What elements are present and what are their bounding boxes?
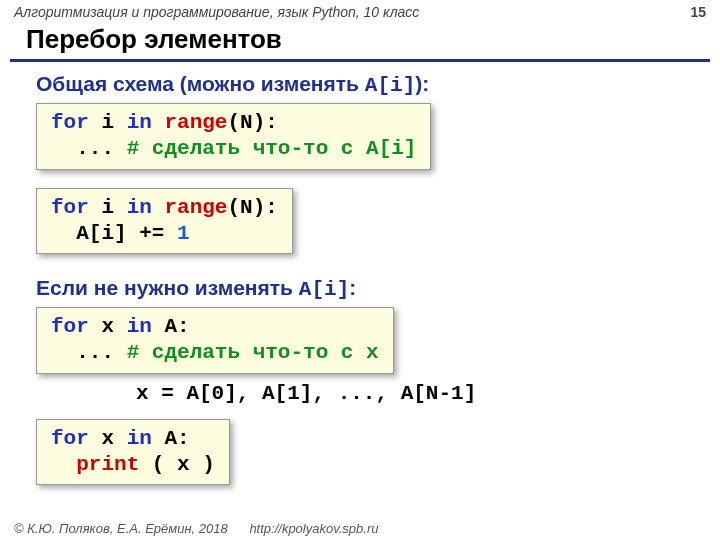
code-function: range [164, 196, 227, 219]
subheading-mono: A[i] [299, 278, 349, 301]
code-number: 1 [177, 222, 190, 245]
code-text: (N): [227, 111, 277, 134]
code-keyword: in [127, 427, 152, 450]
code-keyword: in [127, 196, 152, 219]
code-text: A: [152, 427, 190, 450]
code-text: (N): [227, 196, 277, 219]
code-text: ... [51, 341, 127, 364]
code-text: x [89, 427, 127, 450]
code-text [51, 453, 76, 476]
code-block-4: for x in A: print ( x ) [36, 419, 230, 486]
subheading-text: Общая схема (можно изменять [36, 72, 365, 95]
code-function: range [164, 111, 227, 134]
code-keyword: for [51, 196, 89, 219]
course-title: Алгоритмизация и программирование, язык … [14, 4, 419, 20]
footer-url: http://kpolyakov.spb.ru [249, 521, 378, 536]
code-text: i [89, 111, 127, 134]
code-text: A[i] += [51, 222, 177, 245]
code-text: i [89, 196, 127, 219]
code-block-3: for x in A: ... # сделать что-то с x [36, 307, 394, 374]
code-text: ... [51, 137, 127, 160]
page-number: 15 [690, 4, 706, 20]
header-bar: Алгоритмизация и программирование, язык … [0, 0, 720, 22]
code-block-2: for i in range(N): A[i] += 1 [36, 188, 293, 255]
code-keyword: in [127, 111, 152, 134]
footer: © К.Ю. Поляков, Е.А. Ерёмин, 2018 http:/… [0, 517, 720, 540]
code-keyword: for [51, 427, 89, 450]
subheading-text: Если не нужно изменять [36, 276, 299, 299]
slide-title: Перебор элементов [0, 22, 720, 59]
subheading-no-modify: Если не нужно изменять A[i]: [36, 276, 720, 301]
code-text [152, 111, 165, 134]
code-keyword: for [51, 315, 89, 338]
code-text: x [89, 315, 127, 338]
code-comment: # сделать что-то с x [127, 341, 379, 364]
subheading-close: ): [415, 72, 429, 95]
subheading-general-scheme: Общая схема (можно изменять A[i]): [36, 72, 720, 97]
code-keyword: for [51, 111, 89, 134]
subheading-close: : [349, 276, 356, 299]
code-text: A: [152, 315, 190, 338]
note-x-values: x = A[0], A[1], ..., A[N-1] [136, 382, 720, 405]
code-block-1: for i in range(N): ... # сделать что-то … [36, 103, 431, 170]
code-comment: # сделать что-то с A[i] [127, 137, 417, 160]
code-keyword: in [127, 315, 152, 338]
code-text: ( x ) [139, 453, 215, 476]
copyright-text: © К.Ю. Поляков, Е.А. Ерёмин, 2018 [14, 521, 228, 536]
content-area: Общая схема (можно изменять A[i]): for i… [0, 62, 720, 503]
code-text [152, 196, 165, 219]
code-function: print [76, 453, 139, 476]
subheading-mono: A[i] [365, 74, 415, 97]
